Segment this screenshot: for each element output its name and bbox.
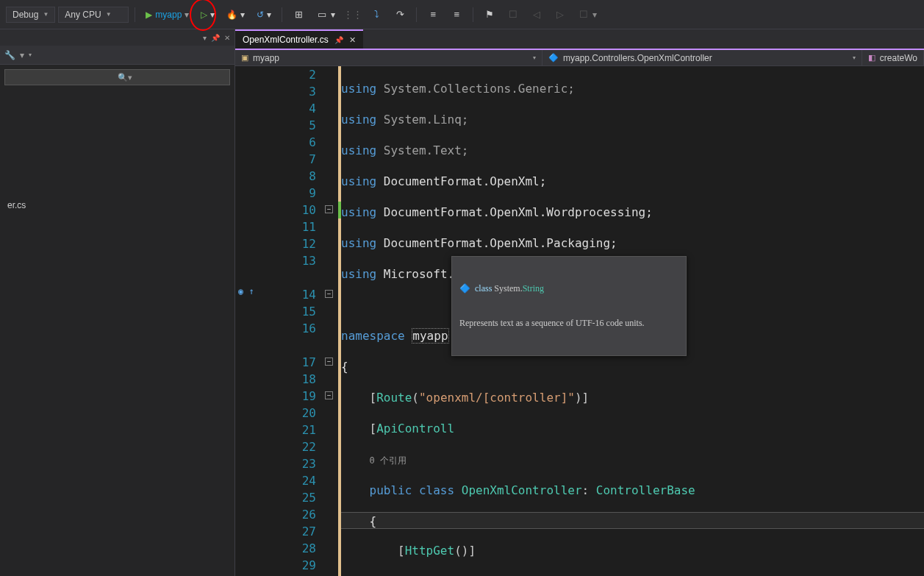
bookmark-button[interactable]: ⚑	[479, 7, 500, 23]
code-editor[interactable]: ◉ ↑ 234567891011121314151617181920212223…	[235, 66, 924, 576]
breadcrumb-bar: ▣myapp▾ 🔷myapp.Controllers.OpenXmlContro…	[235, 50, 924, 66]
indent-button[interactable]: ≡	[446, 7, 467, 23]
project-icon: ▣	[241, 53, 248, 63]
config-label: Debug	[12, 10, 38, 20]
tooltip-kind: class	[475, 283, 492, 294]
config-dropdown[interactable]: Debug▼	[6, 7, 55, 23]
search-icon: 🔍▾	[118, 73, 226, 82]
start-without-debug-button[interactable]: ▷▾	[196, 7, 219, 22]
tab-title: OpenXmlController.cs	[243, 35, 329, 45]
intellisense-tooltip: 🔷 class System.String Represents text as…	[451, 256, 687, 356]
file-item[interactable]: er.cs	[4, 199, 230, 212]
collapse-icon[interactable]: −	[325, 358, 333, 366]
breadcrumb-method[interactable]: ◧createWo	[862, 50, 924, 65]
chevron-down-icon: ▼	[43, 11, 49, 18]
document-tabs: OpenXmlController.cs 📌 ✕	[235, 29, 924, 50]
left-toolbar: 🔧▾ ▾	[0, 46, 234, 65]
wrench-icon[interactable]: 🔧	[4, 50, 15, 60]
chevron-down-icon: ▾	[240, 10, 245, 20]
class-icon: 🔷	[459, 283, 470, 294]
chevron-down-icon: ▾	[267, 10, 271, 20]
step-into-button[interactable]: ⤵	[366, 7, 387, 23]
chevron-down-icon: ▾	[210, 10, 215, 20]
class-icon: 🔷	[548, 53, 559, 63]
breadcrumb-method-label: createWo	[880, 53, 917, 63]
tb-icon-3[interactable]: ⋮⋮	[343, 7, 363, 23]
chevron-down-icon[interactable]: ▾	[29, 51, 32, 58]
search-box[interactable]: 🔍▾	[4, 69, 230, 85]
separator	[135, 7, 135, 22]
step-over-button[interactable]: ↷	[390, 7, 410, 23]
hot-reload-button[interactable]: 🔥▾	[222, 7, 249, 22]
tb-icon-2[interactable]: ▭▾	[312, 7, 340, 23]
code-content[interactable]: using System.Collections.Generic; using …	[341, 66, 924, 576]
platform-dropdown[interactable]: Any CPU▼	[58, 7, 129, 23]
tooltip-type: String	[523, 283, 544, 294]
collapse-icon[interactable]: −	[325, 290, 333, 298]
close-icon[interactable]: ✕	[224, 34, 230, 42]
separator	[473, 7, 473, 22]
close-icon[interactable]: ✕	[349, 35, 356, 45]
undo-button[interactable]: ↺▾	[252, 7, 276, 22]
tb-dim-3[interactable]: ▷	[550, 7, 570, 23]
separator	[416, 7, 417, 22]
indicator-icon: ◉ ↑	[238, 286, 254, 296]
tb-icon-1[interactable]: ⊞	[288, 7, 309, 23]
line-numbers: 2345678910111213141516171819202122232425…	[257, 66, 323, 576]
start-target-label: myapp	[155, 10, 182, 20]
platform-label: Any CPU	[65, 10, 101, 20]
pin-icon[interactable]: 📌	[211, 34, 220, 42]
breadcrumb-class[interactable]: 🔷myapp.Controllers.OpenXmlController▾	[542, 50, 862, 65]
chevron-down-icon: ▼	[106, 11, 112, 18]
left-panel: ▾ 📌 ✕ 🔧▾ ▾ 🔍▾ er.cs	[0, 29, 235, 576]
outdent-button[interactable]: ≡	[423, 7, 443, 23]
pin-icon[interactable]: 📌	[334, 36, 343, 44]
left-panel-body: er.cs	[0, 90, 234, 576]
tooltip-namespace: System.	[494, 283, 522, 294]
breadcrumb-class-label: myapp.Controllers.OpenXmlController	[563, 53, 712, 63]
tb-dim-4[interactable]: ☐▾	[573, 7, 601, 23]
breadcrumb-project-label: myapp	[253, 53, 279, 63]
collapse-icon[interactable]: −	[325, 205, 333, 213]
codelens-refs[interactable]: 0 个引用	[370, 455, 407, 466]
separator	[282, 7, 282, 22]
active-tab[interactable]: OpenXmlController.cs 📌 ✕	[235, 29, 363, 49]
collapse-icon[interactable]: −	[325, 391, 333, 399]
tb-dim-2[interactable]: ◁	[526, 7, 547, 23]
breadcrumb-project[interactable]: ▣myapp▾	[235, 50, 542, 65]
method-icon: ◧	[868, 53, 875, 63]
editor-area: OpenXmlController.cs 📌 ✕ ▣myapp▾ 🔷myapp.…	[235, 29, 924, 576]
chevron-down-icon: ▾	[185, 10, 189, 20]
fold-column[interactable]: − − − −	[323, 66, 338, 576]
start-button[interactable]: ▶myapp▾	[141, 7, 193, 22]
chevron-down-icon[interactable]: ▾	[203, 34, 207, 42]
main-split: ▾ 📌 ✕ 🔧▾ ▾ 🔍▾ er.cs OpenXmlController.cs…	[0, 29, 924, 576]
tooltip-description: Represents text as a sequence of UTF-16 …	[459, 318, 678, 329]
main-toolbar: Debug▼ Any CPU▼ ▶myapp▾ ▷▾ 🔥▾ ↺▾ ⊞ ▭▾ ⋮⋮…	[0, 0, 924, 29]
left-panel-header: ▾ 📌 ✕	[0, 29, 234, 46]
margin-column: ◉ ↑	[235, 66, 257, 576]
tb-dim-1[interactable]: ☐	[503, 7, 523, 23]
